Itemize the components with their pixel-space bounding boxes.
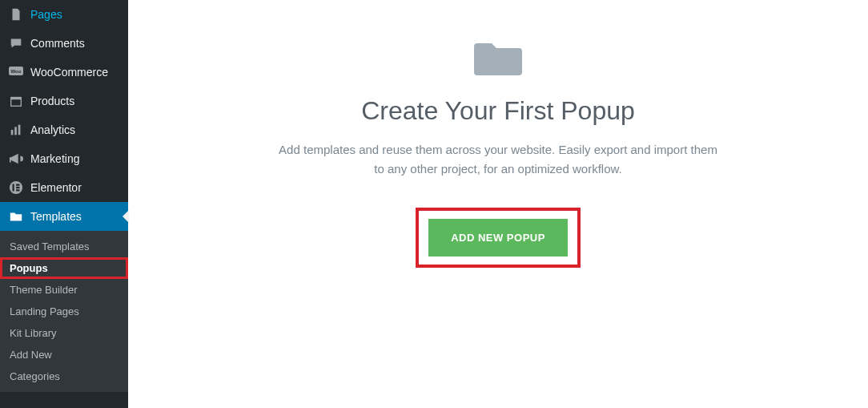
svg-rect-11 <box>16 189 20 191</box>
submenu-saved-templates[interactable]: Saved Templates <box>0 236 128 257</box>
sidebar-item-label: WooCommerce <box>30 66 108 79</box>
sidebar-item-label: Templates <box>30 210 82 223</box>
sidebar-item-comments[interactable]: Comments <box>0 29 128 58</box>
admin-sidebar: Pages Comments Woo WooCommerce Products … <box>0 0 128 408</box>
submenu-categories[interactable]: Categories <box>0 366 128 387</box>
svg-rect-6 <box>18 125 21 135</box>
button-highlight-box: ADD NEW POPUP <box>416 208 581 268</box>
elementor-icon <box>8 180 24 196</box>
page-description: Add templates and reuse them across your… <box>274 140 722 179</box>
sidebar-item-templates[interactable]: Templates <box>0 202 128 231</box>
svg-rect-8 <box>13 184 14 192</box>
sidebar-item-pages[interactable]: Pages <box>0 0 128 29</box>
page-title: Create Your First Popup <box>361 96 635 126</box>
svg-rect-5 <box>14 127 17 135</box>
submenu-popups[interactable]: Popups <box>0 257 128 279</box>
svg-rect-3 <box>11 98 22 100</box>
sidebar-item-marketing[interactable]: Marketing <box>0 144 128 173</box>
folder-icon <box>474 38 522 77</box>
sidebar-item-elementor[interactable]: Elementor <box>0 173 128 202</box>
sidebar-item-label: Pages <box>30 8 62 21</box>
svg-text:Woo: Woo <box>11 69 22 74</box>
products-icon <box>8 93 24 109</box>
sidebar-item-label: Elementor <box>30 181 82 194</box>
analytics-icon <box>8 122 24 138</box>
sidebar-item-woocommerce[interactable]: Woo WooCommerce <box>0 58 128 87</box>
templates-icon <box>8 208 24 224</box>
submenu-add-new[interactable]: Add New <box>0 344 128 366</box>
comments-icon <box>8 35 24 51</box>
svg-rect-4 <box>11 130 14 135</box>
woocommerce-icon: Woo <box>8 64 24 80</box>
svg-rect-9 <box>16 184 20 186</box>
templates-submenu: Saved Templates Popups Theme Builder Lan… <box>0 231 128 392</box>
sidebar-item-label: Products <box>30 95 74 107</box>
sidebar-item-label: Comments <box>30 37 85 50</box>
marketing-icon <box>8 151 24 167</box>
sidebar-item-products[interactable]: Products <box>0 87 128 115</box>
pages-icon <box>8 6 24 22</box>
add-new-popup-button[interactable]: ADD NEW POPUP <box>428 219 568 257</box>
sidebar-item-label: Analytics <box>30 123 75 136</box>
main-content: Create Your First Popup Add templates an… <box>128 0 868 408</box>
submenu-kit-library[interactable]: Kit Library <box>0 322 128 344</box>
svg-rect-10 <box>16 187 20 188</box>
sidebar-item-label: Marketing <box>30 152 79 165</box>
submenu-theme-builder[interactable]: Theme Builder <box>0 279 128 301</box>
submenu-landing-pages[interactable]: Landing Pages <box>0 301 128 322</box>
sidebar-item-analytics[interactable]: Analytics <box>0 115 128 144</box>
